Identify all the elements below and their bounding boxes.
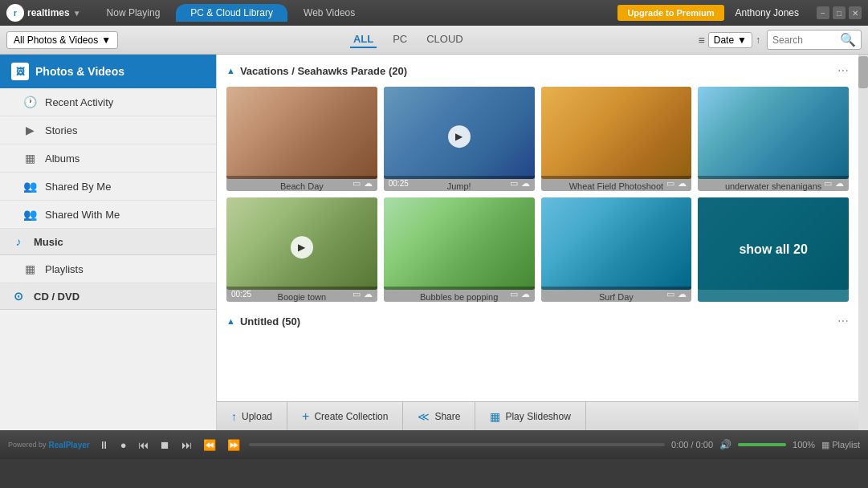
main-area: 🖼 Photos & Videos 🕐 Recent Activity ▶ St…	[0, 55, 868, 430]
playlist-icon: ▦	[821, 440, 829, 450]
collection-title-1: Vacations / Seahawks Parade (20)	[240, 65, 407, 77]
sidebar-item-shared-with-me[interactable]: 👥 Shared With Me	[0, 201, 216, 229]
photo-cell-wheat-field[interactable]: ▭ ☁ Wheat Field Photoshoot	[541, 87, 692, 191]
photos-videos-icon: 🖼	[11, 63, 29, 80]
albums-icon: ▦	[22, 152, 37, 165]
scrollbar[interactable]	[858, 55, 868, 430]
photo-overlay-jump: 00:25 ▭ ☁	[384, 176, 535, 191]
content-scroll[interactable]: ▲ Vacations / Seahawks Parade (20) ⋯ ▭ ☁	[217, 55, 858, 401]
collapse-arrow-1[interactable]: ▲	[226, 66, 235, 75]
shared-with-me-icon: 👥	[22, 208, 37, 221]
sidebar-item-label-recent: Recent Activity	[45, 96, 113, 108]
share-button[interactable]: ≪ Share	[403, 402, 475, 430]
photo-grid-1: ▭ ☁ Beach Day ▶ 00:25 ▭	[226, 87, 849, 302]
search-input[interactable]	[772, 35, 837, 46]
sidebar-item-shared-by-me[interactable]: 👥 Shared By Me	[0, 173, 216, 201]
sort-list-icon[interactable]: ≡	[699, 34, 705, 47]
minimize-button[interactable]: −	[817, 6, 829, 19]
volume-bar[interactable]	[738, 443, 786, 446]
cloud-icon-bubbles: ☁	[521, 289, 530, 299]
search-icon[interactable]: 🔍	[840, 32, 856, 47]
logo-area[interactable]: r realtimes ▼	[6, 4, 81, 22]
sidebar-item-playlists[interactable]: ▦ Playlists	[0, 255, 216, 283]
sidebar-section-music[interactable]: ♪ Music	[0, 229, 216, 255]
progress-bar[interactable]	[249, 443, 665, 446]
sort-dropdown[interactable]: Date ▼	[708, 32, 752, 48]
sidebar-item-label-shared-with-me: Shared With Me	[45, 209, 120, 221]
photo-cell-underwater[interactable]: ▭ ☁ underwater shenanigans	[698, 87, 849, 191]
duration-jump: 00:25	[389, 179, 409, 188]
slideshow-icon: ▦	[490, 410, 500, 423]
playlist-label: Playlist	[832, 440, 860, 449]
create-collection-button[interactable]: + Create Collection	[287, 402, 403, 430]
monitor-icon-wheat: ▭	[666, 178, 674, 189]
upload-button[interactable]: ↑ Upload	[217, 402, 287, 430]
powered-by: Powered by RealPlayer	[8, 441, 90, 449]
photo-cell-boogie[interactable]: ▶ 00:25 ▭ ☁ Boogie town	[226, 197, 377, 302]
view-tab-all[interactable]: ALL	[350, 31, 377, 48]
pause-button[interactable]: ⏸	[96, 439, 112, 451]
monitor-icon-jump: ▭	[510, 178, 518, 189]
sidebar-item-label-albums: Albums	[45, 152, 79, 165]
fast-forward-button[interactable]: ⏩	[225, 439, 242, 451]
collection-title-2: Untitled (50)	[240, 315, 300, 327]
play-slideshow-button[interactable]: ▦ Play Slideshow	[475, 402, 585, 430]
photo-cell-jump[interactable]: ▶ 00:25 ▭ ☁ Jump!	[384, 87, 535, 191]
collection-share-icon-2[interactable]: ⋯	[837, 315, 849, 327]
record-button[interactable]: ●	[118, 439, 129, 451]
play-button-jump[interactable]: ▶	[448, 125, 471, 148]
upload-label: Upload	[242, 411, 272, 422]
search-box: 🔍	[767, 30, 862, 50]
sidebar-header: 🖼 Photos & Videos	[0, 55, 216, 88]
prev-button[interactable]: ⏮	[136, 439, 151, 451]
sidebar-item-label-playlists: Playlists	[45, 263, 84, 275]
sidebar-section-label-music: Music	[34, 236, 63, 248]
view-tab-cloud[interactable]: CLOUD	[423, 31, 467, 48]
close-button[interactable]: ✕	[849, 6, 862, 19]
upload-icon: ↑	[231, 410, 237, 423]
filter-dropdown[interactable]: All Photos & Videos ▼	[6, 31, 118, 49]
tab-web-videos[interactable]: Web Videos	[289, 4, 369, 22]
play-button-boogie[interactable]: ▶	[291, 236, 313, 258]
volume-icon[interactable]: 🔊	[719, 439, 731, 450]
sidebar: 🖼 Photos & Videos 🕐 Recent Activity ▶ St…	[0, 55, 217, 430]
rewind-button[interactable]: ⏪	[201, 439, 218, 451]
maximize-button[interactable]: □	[833, 6, 846, 19]
photo-overlay-bubbles: ▭ ☁	[384, 287, 535, 302]
player-bar: Powered by RealPlayer ⏸ ● ⏮ ⏹ ⏭ ⏪ ⏩ 0:00…	[0, 430, 868, 459]
photo-cell-bubbles[interactable]: ▭ ☁ Bubbles be popping	[384, 197, 535, 302]
tab-now-playing[interactable]: Now Playing	[92, 4, 175, 22]
photo-cell-surf[interactable]: ▭ ☁ Surf Day	[541, 197, 692, 302]
duration-boogie: 00:25	[231, 290, 251, 299]
photo-overlay-beach-day: ▭ ☁	[226, 176, 377, 191]
scrollbar-thumb[interactable]	[858, 56, 868, 88]
sidebar-section-cd-dvd[interactable]: ⊙ CD / DVD	[0, 283, 216, 310]
stop-button[interactable]: ⏹	[157, 439, 173, 451]
monitor-icon-surf: ▭	[666, 289, 674, 299]
tab-pc-cloud-library[interactable]: PC & Cloud Library	[176, 4, 287, 22]
next-button[interactable]: ⏭	[179, 439, 194, 451]
photo-cell-beach-day[interactable]: ▭ ☁ Beach Day	[226, 87, 377, 191]
nav-tabs: Now Playing PC & Cloud Library Web Video…	[92, 4, 613, 22]
photo-cell-show-all[interactable]: show all 20	[698, 197, 849, 302]
create-collection-label: Create Collection	[314, 411, 388, 422]
view-tab-pc[interactable]: PC	[389, 31, 410, 48]
photo-overlay-underwater: ▭ ☁	[698, 176, 849, 191]
collection-share-icon-1[interactable]: ⋯	[837, 64, 849, 77]
logo-dropdown-arrow[interactable]: ▼	[73, 9, 81, 18]
monitor-icon-beach: ▭	[352, 178, 361, 189]
sort-direction-icon[interactable]: ↑	[756, 35, 760, 46]
collection-header-1: ▲ Vacations / Seahawks Parade (20) ⋯	[226, 61, 849, 80]
show-all-overlay[interactable]: show all 20	[698, 197, 849, 302]
cloud-icon-surf: ☁	[678, 289, 687, 299]
playlist-button[interactable]: ▦ Playlist	[821, 440, 860, 450]
sidebar-section-label-cd-dvd: CD / DVD	[34, 291, 79, 303]
collapse-arrow-2[interactable]: ▲	[226, 316, 235, 326]
sidebar-item-label-stories: Stories	[45, 124, 77, 136]
sidebar-item-albums[interactable]: ▦ Albums	[0, 144, 216, 173]
upgrade-button[interactable]: Upgrade to Premium	[617, 5, 723, 21]
photo-overlay-surf: ▭ ☁	[541, 287, 692, 302]
sidebar-item-recent-activity[interactable]: 🕐 Recent Activity	[0, 88, 216, 116]
sidebar-item-stories[interactable]: ▶ Stories	[0, 116, 216, 144]
recent-activity-icon: 🕐	[22, 96, 37, 108]
